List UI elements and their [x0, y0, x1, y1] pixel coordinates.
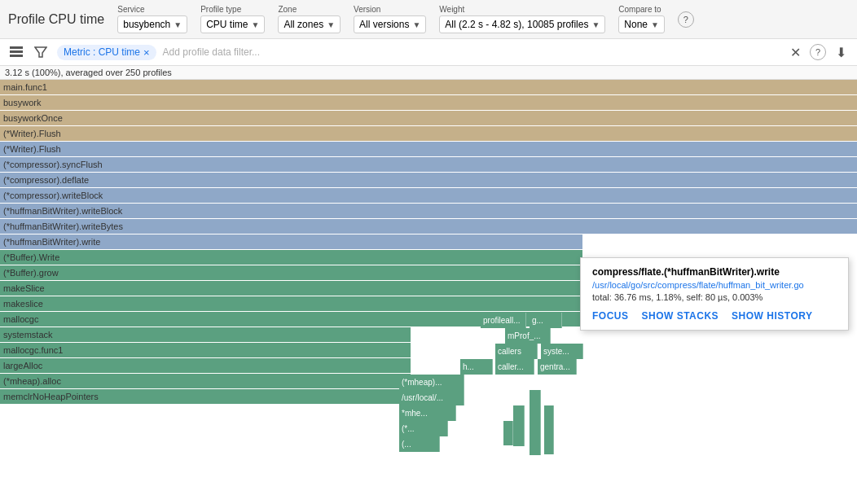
zone-value: All zones: [283, 19, 323, 30]
compare-to-dropdown-group: Compare to None ▼: [618, 5, 665, 33]
mini-bar[interactable]: [530, 390, 541, 455]
mini-bar[interactable]: h...: [460, 359, 493, 375]
filter-help-icon[interactable]: ?: [810, 44, 826, 60]
mini-bar[interactable]: syste...: [541, 344, 583, 359]
filter-bar-left-icons: [7, 42, 51, 62]
service-arrow-icon: ▼: [174, 20, 182, 29]
flame-row[interactable]: busywork: [0, 95, 857, 111]
flame-bar[interactable]: (*compressor).deflate: [0, 173, 857, 187]
version-label: Version: [354, 5, 426, 14]
profile-type-dropdown-group: Profile type CPU time ▼: [200, 5, 265, 33]
svg-marker-3: [35, 47, 46, 57]
zone-dropdown-group: Zone All zones ▼: [278, 5, 341, 33]
view-toggle-icon[interactable]: [7, 42, 26, 62]
mini-bar[interactable]: gentra...: [538, 359, 577, 375]
version-dropdown[interactable]: All versions ▼: [354, 15, 426, 33]
mini-bar[interactable]: (*...: [399, 421, 448, 436]
weight-dropdown[interactable]: All (2.2 s - 4.82 s), 10085 profiles ▼: [439, 15, 605, 33]
tooltip-stats: total: 36.76 ms, 1.18%, self: 80 µs, 0.0…: [592, 292, 837, 302]
svg-rect-2: [10, 55, 23, 57]
flame-row[interactable]: (*compressor).syncFlush: [0, 157, 857, 173]
flame-bar[interactable]: busyworkOnce: [0, 111, 857, 125]
flame-row[interactable]: main.func1: [0, 80, 857, 95]
mini-bar[interactable]: g...: [530, 313, 562, 328]
filter-close-icon[interactable]: ✕: [785, 42, 805, 62]
flame-row[interactable]: (*huffmanBitWriter).writeBlock: [0, 204, 857, 219]
metric-tag[interactable]: Metric : CPU time ×: [57, 45, 156, 60]
flame-row[interactable]: (*compressor).writeBlock: [0, 188, 857, 204]
flame-bar[interactable]: (*compressor).syncFlush: [0, 157, 857, 172]
flame-bar[interactable]: memclrNoHeapPointers: [0, 389, 411, 404]
profile-type-dropdown[interactable]: CPU time ▼: [200, 15, 265, 33]
profile-type-arrow-icon: ▼: [252, 20, 260, 29]
flame-row[interactable]: busyworkOnce: [0, 111, 857, 126]
flame-bar[interactable]: (*Writer).Flush: [0, 142, 857, 156]
mini-bar[interactable]: callers: [495, 344, 538, 359]
compare-to-dropdown[interactable]: None ▼: [618, 15, 665, 33]
flame-summary-text: 3.12 s (100%), averaged over 250 profile…: [5, 68, 172, 77]
flame-bar[interactable]: (*Buffer).grow: [0, 265, 582, 280]
flame-row[interactable]: (*huffmanBitWriter).writeBytes: [0, 219, 857, 234]
mini-bar[interactable]: (...: [399, 436, 440, 452]
mini-bar[interactable]: [513, 405, 525, 446]
filter-bar-right: ✕ ? ⬇: [785, 42, 850, 62]
flame-bar[interactable]: (*huffmanBitWriter).writeBytes: [0, 219, 857, 234]
top-bar: Profile CPU time Service busybench ▼ Pro…: [0, 0, 857, 39]
flame-bar[interactable]: largeAlloc: [0, 358, 411, 373]
compare-to-label: Compare to: [618, 5, 665, 14]
flame-row[interactable]: (*huffmanBitWriter).write: [0, 234, 857, 250]
mini-bar[interactable]: profileall...: [481, 313, 526, 328]
flame-bar[interactable]: (*Buffer).Write: [0, 250, 582, 265]
service-value: busybench: [123, 19, 170, 30]
flame-container: 3.12 s (100%), averaged over 250 profile…: [0, 66, 857, 497]
flame-bar[interactable]: busywork: [0, 95, 857, 110]
flame-row[interactable]: largeAlloc: [0, 358, 857, 374]
tooltip-focus-button[interactable]: FOCUS: [592, 310, 629, 322]
metric-tag-close-icon[interactable]: ×: [143, 46, 150, 59]
flame-bar[interactable]: makeSlice: [0, 281, 582, 296]
svg-rect-1: [10, 50, 23, 53]
compare-to-arrow-icon: ▼: [651, 20, 659, 29]
mini-bar[interactable]: [544, 405, 554, 454]
service-label: Service: [117, 5, 187, 14]
flame-bar[interactable]: main.func1: [0, 80, 857, 94]
mini-bar[interactable]: [503, 421, 513, 445]
flame-bar[interactable]: (*mheap).alloc: [0, 374, 411, 388]
flame-bar[interactable]: (*Writer).Flush: [0, 126, 857, 141]
filter-bar: Metric : CPU time × Add profile data fil…: [0, 39, 857, 66]
mini-bar[interactable]: caller...: [495, 359, 534, 375]
flame-row[interactable]: mallocgc.func1: [0, 343, 857, 358]
flame-row[interactable]: (*Writer).Flush: [0, 126, 857, 142]
mini-bar[interactable]: mProf_...: [505, 328, 551, 344]
tooltip-history-button[interactable]: SHOW HISTORY: [732, 310, 812, 322]
flame-bar[interactable]: makeslice: [0, 296, 582, 311]
flame-row[interactable]: (*compressor).deflate: [0, 173, 857, 188]
flame-row[interactable]: (*Writer).Flush: [0, 142, 857, 157]
mini-bar[interactable]: /usr/local/...: [399, 390, 464, 405]
filter-icon[interactable]: [31, 42, 51, 62]
zone-arrow-icon: ▼: [327, 20, 335, 29]
tooltip-path: /usr/local/go/src/compress/flate/huffman…: [592, 280, 837, 290]
topbar-help-icon[interactable]: ?: [678, 11, 694, 28]
weight-value: All (2.2 s - 4.82 s), 10085 profiles: [445, 19, 588, 30]
version-value: All versions: [359, 19, 409, 30]
flame-bar[interactable]: (*huffmanBitWriter).writeBlock: [0, 204, 857, 218]
mini-bar[interactable]: *mhe...: [399, 405, 456, 421]
flame-bar[interactable]: mallocgc.func1: [0, 343, 411, 357]
flame-bar[interactable]: (*huffmanBitWriter).write: [0, 234, 582, 249]
weight-label: Weight: [439, 5, 605, 14]
profile-type-value: CPU time: [206, 19, 248, 30]
service-dropdown[interactable]: busybench ▼: [117, 15, 187, 33]
compare-to-value: None: [624, 19, 648, 30]
metric-tag-label: Metric : CPU time: [64, 46, 140, 58]
version-arrow-icon: ▼: [412, 20, 420, 29]
tooltip-stacks-button[interactable]: SHOW STACKS: [642, 310, 719, 322]
zone-dropdown[interactable]: All zones ▼: [278, 15, 341, 33]
zone-label: Zone: [278, 5, 341, 14]
download-icon[interactable]: ⬇: [831, 42, 850, 62]
flame-bar[interactable]: systemstack: [0, 327, 411, 342]
mini-bar[interactable]: (*mheap)...: [399, 375, 464, 390]
filter-placeholder[interactable]: Add profile data filter...: [163, 46, 779, 58]
page-title: Profile CPU time: [8, 12, 104, 27]
flame-bar[interactable]: (*compressor).writeBlock: [0, 188, 857, 203]
